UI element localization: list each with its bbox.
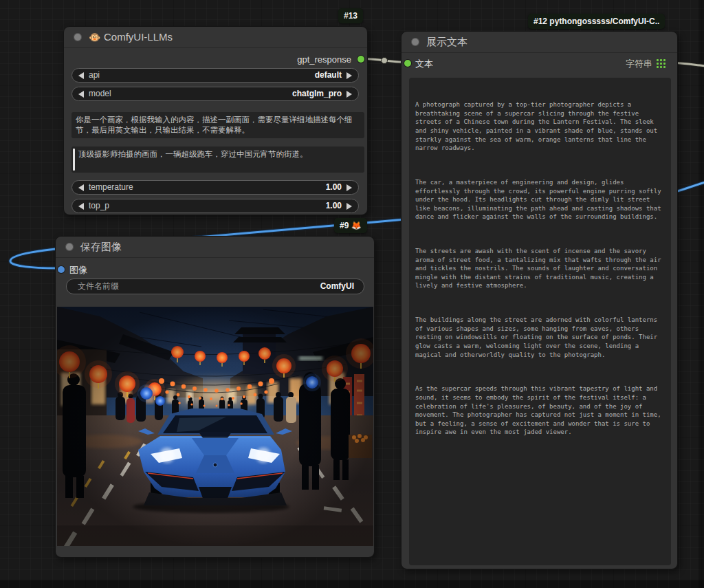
decrement-arrow-icon[interactable] [78,72,84,79]
increment-arrow-icon[interactable] [346,184,352,191]
generated-image-illustration [57,307,373,546]
decrement-arrow-icon[interactable] [78,91,84,98]
widget-label: top_p [89,199,109,213]
node-show-text[interactable]: 展示文本 文本 字符串 A photograph captured by a t… [401,31,678,569]
paragraph: The car, a masterpiece of engineering an… [415,178,665,221]
widget-label: 文件名前缀 [78,279,119,294]
badge-text: #12 pythongosssss/ComfyUI-C.. [534,17,659,26]
widget-api[interactable]: api default [72,68,359,83]
node-title-bar[interactable]: 展示文本 [402,32,677,53]
node-title: ComfyUI-LLMs [104,27,173,47]
decrement-arrow-icon[interactable] [78,203,84,210]
node-title: 保存图像 [80,237,122,257]
widget-temperature[interactable]: temperature 1.00 [72,180,359,195]
monkey-icon: 🐵 [89,27,100,47]
widget-top-p[interactable]: top_p 1.00 [72,199,359,213]
widget-label: temperature [89,181,133,194]
input-slot-image[interactable] [58,266,65,273]
paragraph: The buildings along the street are adorn… [415,316,665,359]
collapse-dot[interactable] [65,243,74,251]
string-output-grid-icon[interactable] [657,59,666,68]
input-label-text: 文本 [415,58,433,70]
widget-value: default [315,69,342,82]
collapse-dot[interactable] [411,38,419,46]
node-title-bar[interactable]: 保存图像 [56,237,374,258]
system-prompt-textarea[interactable]: 你是一个画家，根据我输入的内容，描述一副画面，需要尽量详细地描述每个细节，最后用… [72,112,364,138]
widget-filename-prefix[interactable]: 文件名前缀 ComfyUI [66,279,364,294]
display-text-box[interactable]: A photograph captured by a top-tier phot… [409,78,671,565]
widget-value: chatglm_pro [292,87,342,100]
output-label-string: 字符串 [626,58,652,70]
paragraph: The streets are awash with the scent of … [415,247,665,290]
paragraph: A photograph captured by a top-tier phot… [415,100,665,153]
node-badge-12: #12 pythongosssss/ComfyUI-C.. [528,14,665,29]
paragraph: As the supercar speeds through this vibr… [415,384,665,437]
badge-text: #13 [344,11,358,21]
text-caret [73,149,75,171]
widget-label: model [89,87,111,100]
fox-icon: 🦊 [351,221,362,230]
user-prompt-textarea[interactable]: 顶级摄影师拍摄的画面，一辆超级跑车，穿过中国元宵节的街道。 [72,146,364,173]
widget-value: 1.00 [326,199,342,213]
node-title-bar[interactable]: 🐵 ComfyUI-LLMs [64,27,367,48]
node-comfyui-llms[interactable]: 🐵 ComfyUI-LLMs gpt_response api default … [63,26,368,215]
node-save-image[interactable]: 保存图像 图像 文件名前缀 ComfyUI [55,236,375,558]
collapse-dot[interactable] [74,33,82,41]
widget-value: 1.00 [326,181,342,194]
node-graph-canvas[interactable]: #13 🐵 ComfyUI-LLMs gpt_response api defa… [0,0,704,588]
user-prompt-text: 顶级摄影师拍摄的画面，一辆超级跑车，穿过中国元宵节的街道。 [78,149,360,160]
widget-label: api [89,69,100,82]
input-label-image: 图像 [69,264,87,276]
decrement-arrow-icon[interactable] [78,184,84,191]
node-title: 展示文本 [426,32,468,52]
output-slot-gpt-response[interactable] [358,56,364,63]
preview-image[interactable] [57,307,373,546]
node-badge-13: #13 [338,8,363,23]
widget-value: ComfyUI [320,279,354,294]
node-badge-9: #9 🦊 [334,218,367,233]
increment-arrow-icon[interactable] [346,91,352,98]
badge-text: #9 [340,221,349,230]
increment-arrow-icon[interactable] [346,203,352,210]
increment-arrow-icon[interactable] [346,72,352,79]
widget-model[interactable]: model chatglm_pro [72,87,359,101]
output-label-gpt-response: gpt_response [297,54,351,65]
input-slot-text[interactable] [404,60,411,67]
